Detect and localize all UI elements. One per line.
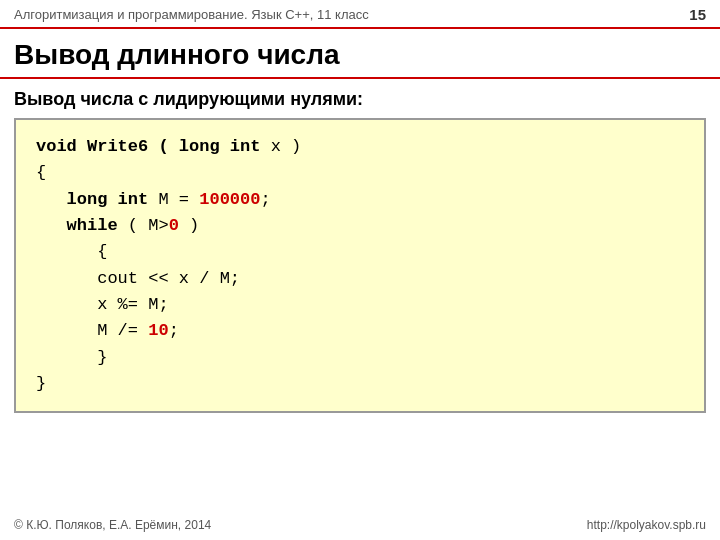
top-bar: Алгоритмизация и программирование. Язык … [0,0,720,27]
code-line: long int M = 100000; [36,187,684,213]
code-line: { [36,160,684,186]
course-label: Алгоритмизация и программирование. Язык … [14,7,369,22]
code-line: } [36,345,684,371]
footer-url: http://kpolyakov.spb.ru [587,518,706,532]
footer: © К.Ю. Поляков, Е.А. Ерёмин, 2014 http:/… [0,518,720,532]
sub-divider [0,77,720,79]
slide-number: 15 [689,6,706,23]
code-line: x %= M; [36,292,684,318]
code-line: void Write6 ( long int x ) [36,134,684,160]
code-block: void Write6 ( long int x ){ long int M =… [14,118,706,413]
code-line: while ( M>0 ) [36,213,684,239]
footer-copyright: © К.Ю. Поляков, Е.А. Ерёмин, 2014 [14,518,211,532]
page-title: Вывод длинного числа [14,39,706,71]
title-area: Вывод длинного числа [0,29,720,77]
subtitle: Вывод числа с лидирующими нулями: [0,89,720,118]
code-line: } [36,371,684,397]
code-line: cout << x / M; [36,266,684,292]
code-line: M /= 10; [36,318,684,344]
code-line: { [36,239,684,265]
